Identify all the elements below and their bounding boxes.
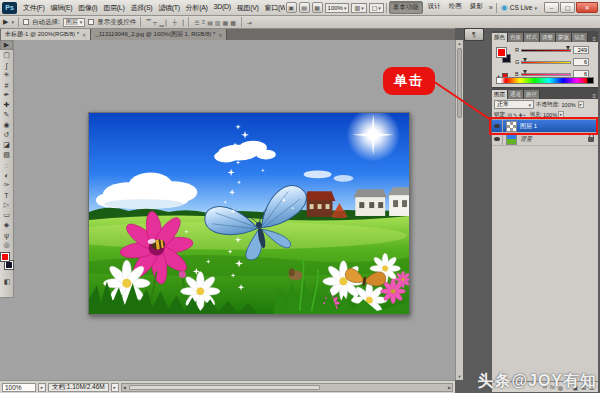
- eraser-tool[interactable]: ◪: [0, 140, 13, 150]
- tool-preset-chevron-icon[interactable]: ▾: [11, 19, 14, 25]
- layer-thumbnail[interactable]: [506, 134, 517, 145]
- green-slider[interactable]: [521, 61, 571, 64]
- panel-tab[interactable]: 路径: [524, 90, 540, 99]
- status-options-icon[interactable]: ▸: [38, 383, 46, 392]
- horizontal-scroll-thumb[interactable]: [129, 385, 321, 390]
- screen-mode-dropdown[interactable]: ▢ ▾: [369, 3, 384, 13]
- menu-item[interactable]: 3D(D): [211, 3, 234, 13]
- blue-slider[interactable]: [521, 73, 571, 76]
- menu-item[interactable]: 滤镜(T): [155, 3, 182, 13]
- auto-select-dropdown[interactable]: 图层 ▾: [63, 18, 86, 27]
- zoom-percent-field[interactable]: 100%: [2, 383, 36, 392]
- lock-paint-icon[interactable]: ✎: [513, 112, 517, 118]
- lock-transparent-icon[interactable]: ▨: [508, 112, 513, 118]
- opacity-value[interactable]: 100%: [562, 102, 576, 108]
- quick-mask-button[interactable]: ◧: [0, 278, 14, 286]
- zoom-level-dropdown[interactable]: 100% ▾: [325, 3, 350, 13]
- panel-tab[interactable]: 色板: [508, 33, 524, 42]
- fill-value[interactable]: 100%: [543, 112, 557, 118]
- arrange-documents-dropdown[interactable]: ▥ ▾: [351, 3, 366, 13]
- show-transform-checkbox[interactable]: [88, 19, 94, 25]
- vertical-scroll-thumb[interactable]: [457, 48, 462, 118]
- history-brush-tool[interactable]: ↺: [0, 130, 13, 140]
- scroll-down-icon[interactable]: ▼: [456, 373, 463, 380]
- visibility-toggle[interactable]: [492, 133, 503, 146]
- align-bottom-icon[interactable]: ▁: [158, 19, 165, 26]
- workspace-button[interactable]: 基本功能: [389, 1, 423, 14]
- dodge-tool[interactable]: ◐: [0, 170, 13, 180]
- menu-item[interactable]: 分析(A): [183, 3, 211, 13]
- quick-selection-tool[interactable]: ✳: [0, 70, 13, 80]
- workspace-button[interactable]: 设计: [425, 1, 444, 14]
- panel-tab[interactable]: 颜色: [492, 33, 508, 42]
- scroll-up-icon[interactable]: ▲: [456, 40, 463, 47]
- close-tab-icon[interactable]: ✕: [218, 32, 222, 38]
- view-extras-icon[interactable]: ▦: [312, 2, 323, 13]
- document-tab[interactable]: _113119046_2.jpg @ 100%(图层 1, RGB/8) * ✕: [91, 29, 227, 40]
- workspace-button[interactable]: 摄影: [467, 1, 486, 14]
- layer-name[interactable]: 背景: [520, 135, 532, 144]
- blue-slider-thumb[interactable]: [523, 70, 527, 74]
- color-spectrum-ramp[interactable]: [496, 77, 594, 84]
- pen-tool[interactable]: ✑: [0, 180, 13, 190]
- layer-name[interactable]: 图层 1: [520, 122, 537, 131]
- gradient-tool[interactable]: ▧: [0, 150, 13, 160]
- auto-select-checkbox[interactable]: [23, 19, 29, 25]
- panel-tab[interactable]: 样式: [524, 33, 540, 42]
- menu-item[interactable]: 图层(L): [100, 3, 127, 13]
- paragraph-panel-icon[interactable]: ¶: [464, 28, 484, 41]
- marquee-tool[interactable]: ▢: [0, 50, 13, 60]
- panel-tab[interactable]: 通道: [508, 90, 524, 99]
- fill-popup-icon[interactable]: ▸: [558, 111, 564, 118]
- align-left-icon[interactable]: ▏: [165, 19, 172, 26]
- green-value-field[interactable]: 6: [573, 58, 589, 66]
- launch-mini-bridge-icon[interactable]: ▤: [299, 2, 310, 13]
- menu-item[interactable]: 窗口(W): [262, 3, 285, 13]
- panel-tab[interactable]: 图层: [492, 90, 508, 99]
- document-tab[interactable]: 未标题-1 @ 200%(RGB/8) * ✕: [1, 29, 91, 40]
- close-tab-icon[interactable]: ✕: [82, 32, 86, 38]
- distribute-top-icon[interactable]: ☰: [193, 19, 200, 26]
- launch-bridge-icon[interactable]: ▣: [286, 2, 297, 13]
- foreground-color-swatch[interactable]: [1, 253, 9, 261]
- clone-stamp-tool[interactable]: ◉: [0, 120, 13, 130]
- menu-item[interactable]: 编辑(E): [47, 3, 75, 13]
- healing-brush-tool[interactable]: ✚: [0, 100, 13, 110]
- opacity-popup-icon[interactable]: ▸: [578, 101, 584, 108]
- layer-row-background[interactable]: 背景: [492, 133, 598, 146]
- zoom-tool[interactable]: ◎: [0, 240, 13, 250]
- background-color-swatch[interactable]: [5, 261, 13, 269]
- lock-move-icon[interactable]: ✚: [518, 112, 522, 118]
- align-right-icon[interactable]: ▕: [178, 19, 185, 26]
- scroll-left-icon[interactable]: ◀: [123, 385, 126, 390]
- red-slider-thumb[interactable]: [566, 46, 570, 50]
- restore-button[interactable]: ▢: [560, 2, 575, 13]
- distribute-hcenter-icon[interactable]: ▦: [222, 19, 230, 26]
- shape-tool[interactable]: ▭: [0, 210, 13, 220]
- path-selection-tool[interactable]: ▷: [0, 200, 13, 210]
- blur-tool[interactable]: ◌: [0, 160, 13, 170]
- panel-tab[interactable]: 调整: [540, 33, 556, 42]
- visibility-toggle[interactable]: [492, 120, 503, 133]
- cs-live-dropdown[interactable]: ◉ CS Live ▾: [501, 3, 537, 12]
- panel-foreground-swatch[interactable]: [496, 47, 507, 58]
- workspace-button[interactable]: 绘画: [446, 1, 465, 14]
- menu-item[interactable]: 选择(S): [127, 3, 155, 13]
- distribute-left-icon[interactable]: ▥: [214, 19, 222, 26]
- 3d-rotate-tool[interactable]: ◈: [0, 220, 13, 230]
- eyedropper-tool[interactable]: ✒: [0, 90, 13, 100]
- hand-tool[interactable]: ψ: [0, 230, 13, 240]
- menu-item[interactable]: 文件(F): [20, 3, 47, 13]
- horizontal-scrollbar[interactable]: ◀ ▶: [121, 383, 453, 392]
- red-slider[interactable]: [521, 49, 571, 52]
- layer-row-layer1[interactable]: 图层 1: [492, 120, 598, 133]
- scroll-right-icon[interactable]: ▶: [448, 385, 451, 390]
- workspace-overflow-button[interactable]: »: [487, 4, 495, 11]
- red-value-field[interactable]: 249: [573, 46, 589, 54]
- type-tool[interactable]: T: [0, 190, 13, 200]
- blend-mode-dropdown[interactable]: 正常 ▾: [494, 100, 534, 109]
- open-image-document[interactable]: [88, 112, 410, 315]
- brush-tool[interactable]: ✎: [0, 110, 13, 120]
- vertical-scrollbar[interactable]: ▲ ▼: [455, 40, 463, 380]
- lasso-tool[interactable]: ʃ: [0, 60, 13, 70]
